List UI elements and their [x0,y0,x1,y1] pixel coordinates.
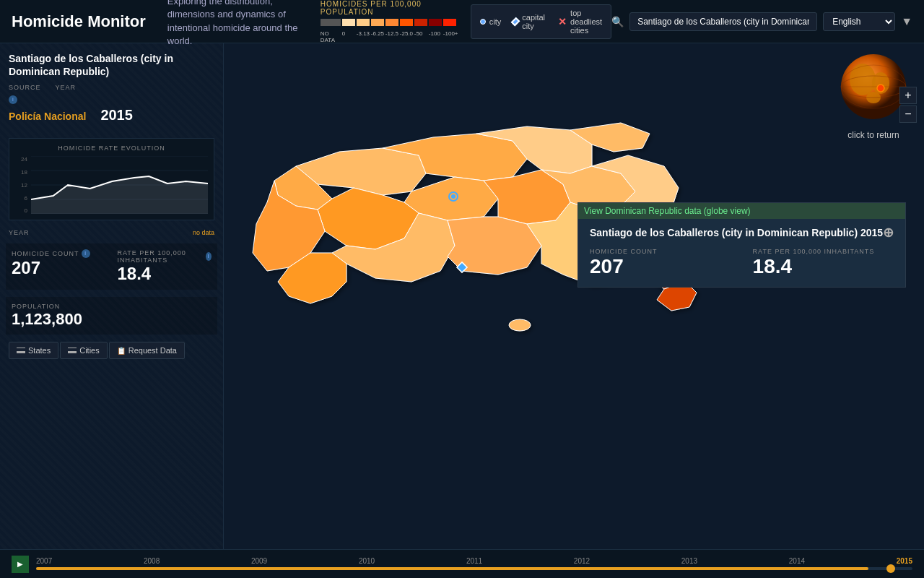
capital-city-icon [511,17,520,26]
legend-label-125: -12.5 [385,30,398,43]
search-input[interactable] [629,12,817,31]
chevron-down-icon: ▼ [901,15,912,28]
city-legend-item: city [480,17,502,26]
year-2010: 2010 [359,557,375,565]
rate-label: RATE PER 100,000 INHABITANTS i [118,249,212,264]
globe-return-area[interactable]: click to return [837,51,910,140]
year-2013: 2013 [681,557,697,565]
play-button[interactable]: ▶ [12,556,29,573]
legend-label-50: -50 [414,30,427,43]
tooltip-popup: View Dominican Republic data (globe view… [578,202,906,288]
main-area: Santiago de los Caballeros (city in Domi… [0,43,924,549]
timeline-thumb[interactable] [886,564,895,573]
svg-point-7 [850,64,876,95]
homicide-count-value: 207 [12,258,106,278]
map-area[interactable]: View Dominican Republic data (globe view… [224,43,924,549]
year-2015: 2015 [897,557,912,565]
homicide-info-icon[interactable]: i [82,249,90,258]
year-2008: 2008 [144,557,160,565]
zoom-in-button[interactable]: + [899,87,917,104]
y-label-18: 18 [15,169,27,176]
timeline-years: 2007 2008 2009 2010 2011 2012 2013 2014 … [36,557,912,565]
legend-label-625: -6.25 [371,30,384,43]
legend-labels: NO DATA 0 -3.13 -6.25 -12.5 -25.0 -50 -1… [321,30,456,43]
legend-no-data [321,19,341,26]
city-dot-icon [480,19,486,25]
legend-bar [321,19,456,26]
timeline-track[interactable] [36,567,912,570]
rate-chart-section: HOMICIDE RATE EVOLUTION 24 18 12 6 0 [9,138,214,220]
tooltip-count-label: HOMICIDE COUNT [590,248,731,255]
source-info-icon[interactable]: i [9,95,17,104]
population-label: POPULATION [12,303,212,310]
timeline-fill [36,567,868,570]
year-2011: 2011 [466,557,482,565]
population-section: POPULATION 1,123,800 [6,297,217,335]
list-icon-2 [68,348,77,353]
rate-block: RATE PER 100,000 INHABITANTS i 18.4 [118,249,212,284]
svg-marker-5 [31,176,208,214]
legend-title: HOMICIDES PER 100,000 POPULATION [321,0,456,16]
tab-request-data[interactable]: 📋 Request Data [109,342,185,359]
rate-info-icon[interactable]: i [206,252,212,261]
source-label: SOURCE [9,84,41,91]
legend-label-313: -3.13 [357,30,370,43]
city-legend-label: city [489,17,502,26]
tooltip-homicide-block: HOMICIDE COUNT 207 [590,248,731,278]
source-value: Policía Nacional [9,111,86,122]
language-selector[interactable]: English Spanish Portuguese [823,12,895,31]
globe-icon[interactable] [837,51,910,123]
legend-label-25: -25.0 [400,30,413,43]
svg-point-13 [877,85,884,92]
dr-map-svg[interactable] [238,79,729,513]
legend-label-100: -100 [429,30,442,43]
year-label: YEAR [56,84,77,91]
chart-title: HOMICIDE RATE EVOLUTION [15,144,208,152]
legend-625 [371,19,384,26]
legend-100plus [443,19,456,26]
legend-label-100p: -100+ [443,30,456,43]
tooltip-city: Santiago de los Caballeros (city in Domi… [590,225,894,241]
legend-50 [414,19,427,26]
legend-100 [429,19,442,26]
y-label-0: 0 [15,207,27,214]
timeline: ▶ 2007 2008 2009 2010 2011 2012 2013 201… [0,549,924,578]
year-2012: 2012 [574,557,590,565]
rate-chart: 24 18 12 6 0 [15,156,208,214]
tooltip-header[interactable]: View Dominican Republic data (globe view… [578,203,905,219]
small-island-1 [509,319,531,331]
y-label-24: 24 [15,156,27,163]
legend-0 [342,19,355,26]
capital-legend-label: capital city [522,13,546,30]
return-text: click to return [837,130,910,140]
timeline-bar[interactable]: 2007 2008 2009 2010 2011 2012 2013 2014 … [36,557,912,571]
tab-states[interactable]: States [9,342,58,359]
homicide-count-block: HOMICIDE COUNT i 207 [12,249,106,284]
tab-cities[interactable]: Cities [60,342,108,359]
header: Homicide Monitor Exploring the distribut… [0,0,924,43]
location-title: Santiago de los Caballeros (city in Domi… [9,52,214,78]
tooltip-rate-value: 18.4 [753,255,894,278]
stats-row: HOMICIDE COUNT i 207 RATE PER 100,000 IN… [6,243,217,290]
zoom-controls: + − [899,87,917,123]
legend-313 [357,19,370,26]
city-dot-santiago[interactable] [451,194,456,199]
legend-area: HOMICIDES PER 100,000 POPULATION NO DATA… [321,0,456,43]
year-2007: 2007 [36,557,52,565]
deadliest-legend-item: ✕ top deadliest cities [558,9,602,35]
tab-row: States Cities 📋 Request Data [9,342,214,359]
year-value: 2015 [100,107,133,124]
deadliest-x-icon: ✕ [558,16,567,27]
year-2014: 2014 [789,557,805,565]
legend-25 [400,19,413,26]
data-icon: 📋 [117,347,126,355]
tooltip-rate-block: RATE PER 100,000 INHABITANTS 18.4 [753,248,894,278]
legend-label-0: 0 [342,30,355,43]
city-legend: city capital city ✕ top deadliest cities [471,4,611,39]
y-label-6: 6 [15,195,27,202]
tooltip-expand-icon[interactable]: ⊕ [883,225,894,241]
y-label-12: 12 [15,182,27,189]
no-data-label: no data [193,229,214,236]
zoom-out-button[interactable]: − [899,105,917,123]
capital-legend-item: capital city [513,13,546,30]
